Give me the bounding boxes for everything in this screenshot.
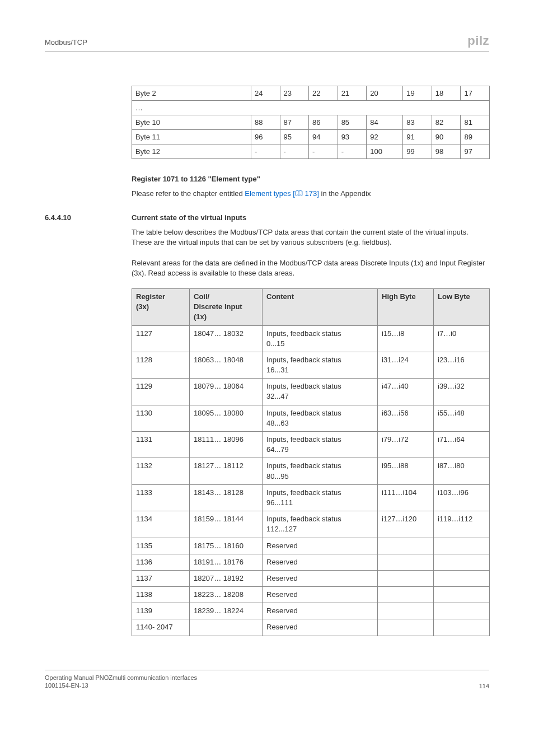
cell-high-byte: i95…i88 — [378, 458, 434, 484]
bit-cell: 86 — [309, 115, 338, 130]
bit-cell: - — [309, 144, 338, 159]
bit-cell: 85 — [338, 115, 367, 130]
cell-content: Inputs, feedback status96...111 — [263, 484, 378, 511]
bit-cell: 81 — [461, 115, 490, 130]
cell-content: Inputs, feedback status80...95 — [263, 458, 378, 484]
byte-bit-table: Byte 22423222120191817…Byte 108887868584… — [132, 86, 490, 159]
bit-cell: 24 — [251, 86, 280, 101]
subsection-title: Current state of the virtual inputs — [132, 213, 246, 222]
footer-doc-id: 1001154-EN-13 — [45, 682, 88, 689]
cell-low-byte — [434, 603, 490, 619]
cell-content: Reserved — [263, 538, 378, 554]
cell-coil: 18143… 18128 — [190, 484, 263, 511]
col-header-content: Content — [263, 288, 378, 325]
col-header-high-byte: High Byte — [378, 288, 434, 325]
cell-coil: 18159… 18144 — [190, 511, 263, 538]
bit-cell: 93 — [338, 130, 367, 144]
cell-coil: 18063… 18048 — [190, 352, 263, 378]
cell-low-byte: i103…i96 — [434, 484, 490, 511]
table-row: 113618191… 18176Reserved — [132, 554, 490, 570]
bit-cell: 96 — [251, 130, 280, 144]
table-row: Byte 108887868584838281 — [132, 115, 490, 130]
bit-cell: 100 — [367, 144, 403, 159]
cell-high-byte — [378, 570, 434, 586]
register-table: Register (3x) Coil/ Discrete Input (1x) … — [132, 288, 490, 636]
cell-low-byte — [434, 619, 490, 636]
bit-cell: 83 — [403, 115, 432, 130]
link-element-types[interactable]: Element types [ 173] — [245, 189, 319, 198]
cell-register: 1129 — [132, 379, 190, 405]
cell-content: Inputs, feedback status112...127 — [263, 511, 378, 538]
cell-register: 1132 — [132, 458, 190, 484]
paragraph-virtual-inputs-2: Relevant areas for the data are defined … — [132, 258, 489, 278]
col-header-low-byte: Low Byte — [434, 288, 490, 325]
subsection-number: 6.4.4.10 — [45, 213, 132, 222]
bit-cell: 94 — [309, 130, 338, 144]
cell-register: 1138 — [132, 587, 190, 603]
cell-high-byte: i63…i56 — [378, 405, 434, 431]
table-row: 113118111… 18096Inputs, feedback status6… — [132, 432, 490, 458]
cell-low-byte: i7…i0 — [434, 325, 490, 352]
row-label: Byte 11 — [132, 130, 251, 144]
cell-register: 1133 — [132, 484, 190, 511]
cell-register: 1128 — [132, 352, 190, 378]
cell-low-byte: i87…i80 — [434, 458, 490, 484]
cell-low-byte: i23…i16 — [434, 352, 490, 378]
bit-cell: 20 — [367, 86, 403, 101]
page-header: Modbus/TCP pilz — [45, 34, 489, 52]
bit-cell: 90 — [432, 130, 461, 144]
cell-coil: 18239… 18224 — [190, 603, 263, 619]
cell-content: Inputs, feedback status48...63 — [263, 405, 378, 431]
cell-coil: 18079… 18064 — [190, 379, 263, 405]
cell-low-byte — [434, 570, 490, 586]
cell-high-byte: i127…i120 — [378, 511, 434, 538]
cell-high-byte: i111…i104 — [378, 484, 434, 511]
table-row: … — [132, 101, 490, 115]
row-label: Byte 12 — [132, 144, 251, 159]
cell-coil: 18223… 18208 — [190, 587, 263, 603]
subsection-heading-row: 6.4.4.10 Current state of the virtual in… — [45, 213, 489, 222]
cell-low-byte — [434, 587, 490, 603]
table-row: 113418159… 18144Inputs, feedback status1… — [132, 511, 490, 538]
cell-content: Inputs, feedback status64...79 — [263, 432, 378, 458]
cell-register: 1134 — [132, 511, 190, 538]
cell-register: 1139 — [132, 603, 190, 619]
bit-cell: 82 — [432, 115, 461, 130]
cell-coil: 18191… 18176 — [190, 554, 263, 570]
cell-content: Reserved — [263, 570, 378, 586]
bit-cell: 22 — [309, 86, 338, 101]
col-header-coil: Coil/ Discrete Input (1x) — [190, 288, 263, 325]
cell-high-byte: i15…i8 — [378, 325, 434, 352]
cell-low-byte: i55…i48 — [434, 405, 490, 431]
cell-content: Reserved — [263, 554, 378, 570]
table-row: 112818063… 18048Inputs, feedback status1… — [132, 352, 490, 378]
table-row: 112918079… 18064Inputs, feedback status3… — [132, 379, 490, 405]
bit-cell: 17 — [461, 86, 490, 101]
cell-register: 1131 — [132, 432, 190, 458]
brand-logo: pilz — [467, 34, 489, 48]
ellipsis-cell: … — [132, 101, 490, 115]
cell-coil: 18207… 18192 — [190, 570, 263, 586]
cell-content: Reserved — [263, 587, 378, 603]
cell-high-byte: i47…i40 — [378, 379, 434, 405]
col-header-register: Register (3x) — [132, 288, 190, 325]
cell-low-byte — [434, 538, 490, 554]
cell-low-byte — [434, 554, 490, 570]
cell-high-byte — [378, 603, 434, 619]
cell-content: Reserved — [263, 619, 378, 636]
row-label: Byte 2 — [132, 86, 251, 101]
cell-coil — [190, 619, 263, 636]
bit-cell: 91 — [403, 130, 432, 144]
table-row: Byte 12----100999897 — [132, 144, 490, 159]
table-row: 113518175… 18160Reserved — [132, 538, 490, 554]
bit-cell: 23 — [280, 86, 309, 101]
cell-register: 1140- 2047 — [132, 619, 190, 636]
footer-manual-title: Operating Manual PNOZmulti communication… — [45, 674, 197, 681]
cell-content: Reserved — [263, 603, 378, 619]
footer-page-number: 114 — [479, 683, 489, 689]
table-row: 113318143… 18128Inputs, feedback status9… — [132, 484, 490, 511]
cell-low-byte: i119…i112 — [434, 511, 490, 538]
cell-high-byte — [378, 587, 434, 603]
cell-content: Inputs, feedback status0...15 — [263, 325, 378, 352]
bit-cell: 87 — [280, 115, 309, 130]
